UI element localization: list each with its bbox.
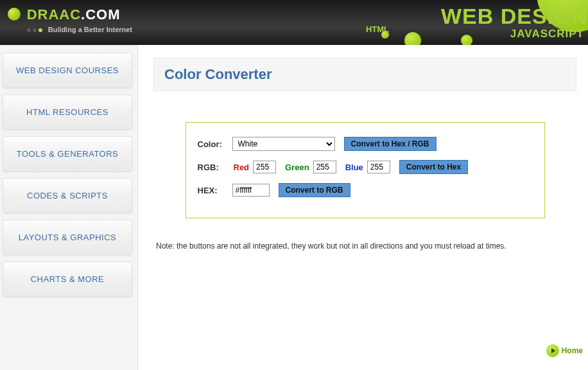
page-header: DRAAC.COM Building a Better Internet HTM… (0, 0, 588, 45)
converter-box: Color: White Convert to Hex / RGB RGB: R… (186, 122, 545, 218)
home-link[interactable]: Home (546, 344, 583, 357)
row-hex: HEX: Convert to RGB (198, 183, 533, 197)
green-input[interactable] (313, 161, 336, 173)
color-label: Color: (198, 139, 229, 149)
brand-sub: JAVASCRIPT (441, 28, 588, 39)
convert-to-rgb-button[interactable]: Convert to RGB (279, 183, 350, 197)
content-area: Color Converter Color: White Convert to … (138, 45, 588, 370)
brand-top: WEB DESIGN (441, 4, 588, 28)
logo-dot-icon (8, 8, 21, 21)
convert-to-hex-button[interactable]: Convert to Hex (399, 160, 468, 174)
page-title: Color Converter (164, 66, 566, 83)
title-bar: Color Converter (153, 58, 576, 91)
tagline: Building a Better Internet (27, 26, 132, 33)
sidebar-item-html-resources[interactable]: HTML RESOURCES (3, 94, 132, 130)
note-text: Note: the buttons are not all integrated… (153, 242, 576, 251)
sidebar-item-codes-scripts[interactable]: CODES & SCRIPTS (3, 178, 132, 213)
sidebar-item-layouts-graphics[interactable]: LAYOUTS & GRAPHICS (3, 220, 132, 255)
convert-hex-rgb-button[interactable]: Convert to Hex / RGB (344, 137, 437, 151)
hex-label: HEX: (198, 186, 229, 195)
row-color: Color: White Convert to Hex / RGB (198, 137, 533, 151)
hex-input[interactable] (232, 184, 270, 197)
row-rgb: RGB: Red Green Blue Convert to Hex (198, 160, 533, 174)
site-name: DRAAC.COM Building a Better Internet (27, 6, 132, 33)
sidebar-item-web-design-courses[interactable]: WEB DESIGN COURSES (3, 53, 132, 88)
site-name-white: .COM (81, 6, 120, 22)
nav-html-link[interactable]: HTML (366, 24, 389, 34)
home-link-label: Home (562, 346, 583, 355)
header-right: HTML WEB DESIGN JAVASCRIPT (318, 0, 588, 45)
color-select[interactable]: White (232, 137, 335, 151)
sidebar-item-charts-more[interactable]: CHARTS & MORE (3, 261, 132, 297)
tagline-text: Building a Better Internet (48, 26, 132, 33)
blue-input[interactable] (367, 161, 390, 173)
logo-area: DRAAC.COM Building a Better Internet (8, 6, 132, 33)
brand-title: WEB DESIGN JAVASCRIPT (441, 5, 588, 39)
site-name-green: DRAAC (27, 6, 81, 22)
green-label: Green (285, 163, 309, 172)
tagline-dots-icon (27, 26, 44, 33)
rgb-label: RGB: (198, 163, 229, 172)
bubble-icon (404, 32, 421, 45)
red-label: Red (234, 163, 250, 172)
play-icon (546, 344, 559, 357)
sidebar-item-tools-generators[interactable]: TOOLS & GENERATORS (3, 136, 132, 172)
blue-label: Blue (345, 163, 363, 172)
red-input[interactable] (253, 161, 276, 173)
sidebar: WEB DESIGN COURSES HTML RESOURCES TOOLS … (0, 45, 138, 370)
